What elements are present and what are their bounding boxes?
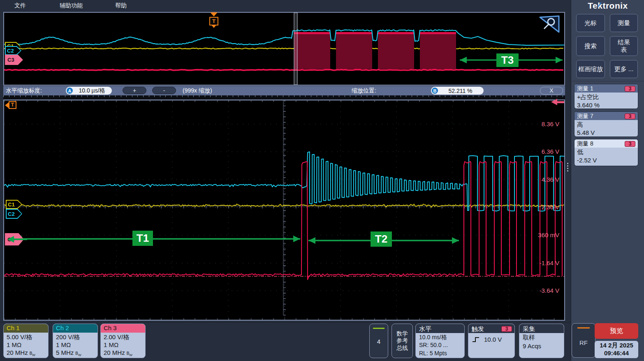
rf-badge[interactable]: RF (572, 323, 595, 358)
main-trigger-t-label: T (9, 101, 16, 109)
measurement-card-7[interactable]: 测量 73 高5.48 V (574, 111, 638, 137)
datetime-display: 14 2月 2025 09:46:44 (595, 341, 638, 358)
t2-annotation-label: T2 (371, 231, 392, 247)
measurement-7-name: 高 (577, 120, 635, 129)
overview-channel-1-tag[interactable]: C1 (5, 42, 21, 46)
channel-3-scale: 2.00 V/格 (104, 333, 145, 341)
zoom-out-button[interactable]: - (152, 87, 176, 94)
acquisition-count: 9 Acqs (523, 342, 561, 351)
menu-help[interactable]: 帮助 (115, 0, 127, 11)
overview-trigger-marker[interactable]: T (208, 12, 219, 28)
tektronix-logo: Tektronix (571, 1, 644, 11)
volt-label-5: 360 mV (530, 231, 559, 239)
cursors-button[interactable]: 光标 (576, 14, 605, 32)
left-arrow-icon (551, 99, 557, 105)
channel-2-scale: 200 V/格 (56, 333, 97, 341)
volt-label-1: 8.36 V (530, 120, 559, 128)
menu-file[interactable]: 文件 (14, 0, 26, 11)
channel-4-badge[interactable]: 4 (369, 324, 388, 358)
more-button[interactable]: 更多 ... (610, 60, 638, 78)
rising-edge-icon (472, 336, 480, 343)
sidebar-divider (571, 81, 644, 81)
channel-3-badge[interactable]: Ch 3 2.00 V/格 1 MΩ 20 MHzBW (100, 324, 146, 358)
zoom-position-label: 缩放位置: (352, 86, 376, 95)
channel-1-badge[interactable]: Ch 1 5.00 V/格 1 MΩ 20 MHzBW (3, 324, 49, 358)
horizontal-badge[interactable]: 水平 10.0 ms/格 SR: 50.0 ... RL: 5 Mpts (415, 324, 465, 358)
main-trigger-marker[interactable]: T (5, 101, 16, 109)
zoom-position-readout: 52.211 % (440, 88, 480, 94)
zoom-close-button[interactable]: X (540, 87, 563, 95)
volt-label-6: -1.64 V (530, 259, 559, 267)
channel-3-impedance: 1 MΩ (104, 341, 145, 349)
menu-utility[interactable]: 辅助功能 (60, 0, 83, 11)
trigger-level: 10.0 V (484, 336, 502, 344)
zoom-scale-value[interactable]: A 10.0 µs/格 (66, 87, 112, 95)
channel-2-impedance: 1 MΩ (56, 341, 97, 349)
t1-annotation-label: T1 (132, 231, 153, 246)
acquisition-mode: 取样 (523, 333, 561, 342)
zoom-factor-readout: (999x 缩放) (183, 86, 212, 95)
overview-waveform-svg (4, 13, 564, 85)
zoom-position-ruler[interactable] (3, 95, 565, 100)
trigger-badge[interactable]: 触发3 10.0 V (468, 324, 515, 358)
date-text: 14 2月 2025 (600, 342, 633, 349)
main-waveform-area[interactable] (3, 100, 565, 321)
overview-magnifier-icon[interactable] (538, 15, 560, 35)
rf-color-bar (577, 327, 590, 329)
horizontal-title: 水平 (419, 325, 431, 333)
trigger-source-badge: 3 (501, 326, 512, 332)
volt-label-2: 6.36 V (530, 148, 559, 155)
search-button[interactable]: 搜索 (576, 36, 605, 56)
acquisition-title: 采集 (523, 325, 535, 333)
trigger-arrow-icon (5, 102, 9, 108)
volt-label-4: 2.36 V (530, 204, 559, 211)
measurement-1-value: 3.640 % (577, 101, 635, 109)
results-table-button[interactable]: 结果表 (610, 36, 638, 56)
channel-4-label: 4 (370, 338, 388, 345)
overview-waveform-area[interactable] (3, 12, 565, 86)
horizontal-scale: 10.0 ms/格 (419, 333, 461, 341)
math-ref-bus-button[interactable]: 数学 参考 总线 (391, 324, 413, 358)
zoom-scale-bar: 水平缩放标度: A 10.0 µs/格 + - (999x 缩放) 缩放位置: … (3, 86, 565, 95)
trigger-title: 触发 (472, 325, 484, 333)
channel-1-name: Ch 1 (4, 324, 48, 333)
acquisition-badge[interactable]: 采集 取样 9 Acqs (519, 324, 564, 358)
bandwidth-limit-icon: BW (75, 351, 81, 356)
measurement-1-title: 测量 1 (577, 85, 593, 93)
measurement-1-name: +占空比 (577, 93, 635, 101)
overview-channel-3-tag-label: C3 (7, 57, 14, 63)
channel-1-impedance: 1 MΩ (7, 341, 48, 349)
box-zoom-button[interactable]: 框画缩放 (576, 60, 605, 78)
preview-button[interactable]: 预览 (595, 323, 638, 339)
menu-bar: 文件 辅助功能 帮助 (0, 0, 571, 11)
channel-3-name: Ch 3 (101, 324, 145, 333)
measurement-7-title: 测量 7 (577, 113, 593, 120)
measurement-7-source-badge: 3 (625, 113, 635, 119)
channel-1-scale: 5.00 V/格 (7, 333, 48, 341)
panel-drag-handle[interactable] (566, 163, 569, 171)
oscilloscope-screen: 文件 辅助功能 帮助 C1 C2 C3 T T3 水平缩放标度: A 10.0 … (0, 0, 644, 361)
zoom-in-button[interactable]: + (123, 87, 146, 94)
zoom-scale-label: 水平缩放标度: (6, 86, 42, 95)
trigger-level-arrow[interactable] (551, 99, 564, 105)
measure-button[interactable]: 测量 (610, 14, 638, 32)
measurement-8-title: 测量 8 (577, 140, 593, 148)
measurement-card-8[interactable]: 测量 83 低-2.52 V (574, 139, 638, 166)
zoom-position-value[interactable]: B 52.211 % (431, 87, 484, 95)
measurement-card-1[interactable]: 测量 13 +占空比3.640 % (574, 84, 638, 109)
channel-2-bandwidth: 5 MHz (56, 349, 74, 356)
main-waveform-svg (4, 100, 564, 320)
record-length: RL: 5 Mpts (419, 349, 461, 357)
trigger-t-label: T (209, 17, 218, 25)
measurement-7-value: 5.48 V (577, 129, 635, 137)
measurement-8-source-badge: 3 (625, 141, 635, 147)
sample-rate: SR: 50.0 ... (419, 341, 461, 349)
knob-a-icon: A (67, 88, 73, 94)
measurement-8-name: 低 (577, 148, 635, 156)
channel-2-badge[interactable]: Ch 2 200 V/格 1 MΩ 5 MHzBW (53, 324, 98, 358)
channel-2-name: Ch 2 (53, 324, 97, 333)
knob-b-icon: B (432, 88, 438, 94)
zoom-scale-readout: 10.0 µs/格 (75, 87, 109, 95)
time-text: 09:46:44 (604, 349, 629, 357)
volt-label-7: -3.64 V (530, 287, 559, 294)
